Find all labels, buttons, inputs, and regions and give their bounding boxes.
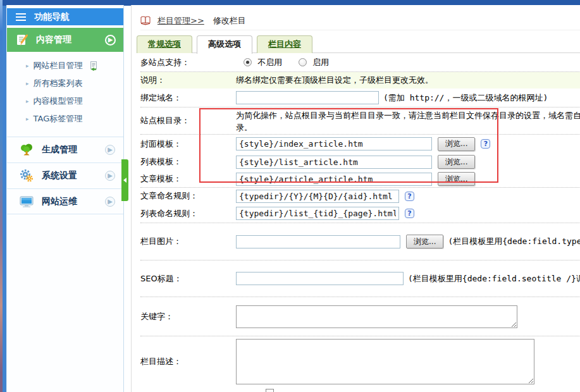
triangle-right-icon: ▸ (26, 116, 29, 122)
row-column-image: 栏目图片： 浏览... (栏目模板里用{dede:field.typeimg /… (140, 223, 580, 260)
triangle-right-icon: ▸ (26, 98, 29, 104)
sidebar-subitem-label: 网站栏目管理 (34, 60, 83, 71)
bind-domain-input[interactable] (236, 91, 379, 104)
monitor-icon (20, 195, 34, 209)
list-template-browse-button[interactable]: 浏览... (438, 155, 475, 169)
chevron-right-circle-icon: ▶ (105, 145, 115, 155)
sidebar-section-label: 系统设置 (42, 170, 105, 181)
partial-checkbox[interactable] (266, 389, 274, 392)
keywords-textarea[interactable] (236, 305, 517, 328)
help-icon[interactable] (481, 139, 490, 149)
help-icon[interactable] (405, 209, 414, 218)
sidebar-item-generate-manage[interactable]: 生成管理 ▶ (7, 137, 123, 162)
article-template-input[interactable] (236, 173, 432, 186)
seo-title-input[interactable] (236, 272, 404, 285)
sidebar-item-label: 内容管理 (36, 34, 105, 46)
breadcrumb-link-column-manage[interactable]: 栏目管理>> (157, 15, 204, 27)
site-root-label: 站点根目录： (140, 115, 236, 126)
bind-domain-hint: (需加 http://，一级或二级域名的根网址) (383, 92, 548, 104)
gears-icon (20, 169, 34, 183)
main-content: 栏目管理>> 修改栏目 常规选项 高级选项 栏目内容 多站点支持： 不启用 启用… (132, 5, 580, 392)
row-site-root: 站点根目录： 为简化操作，站点根目录与当前栏目目录一致，请注意当前栏目文件保存目… (140, 107, 580, 135)
sidebar-header-label: 功能导航 (34, 11, 70, 23)
keywords-label: 关键字： (140, 311, 236, 322)
row-multisite: 多站点支持： 不启用 启用 (140, 53, 580, 72)
sidebar-item-system-settings[interactable]: 系统设置 ▶ (7, 162, 123, 188)
sidebar-section-label: 生成管理 (42, 144, 105, 156)
row-article-naming: 文章命名规则： (140, 188, 580, 204)
sidebar-section-label: 网站运维 (42, 196, 105, 207)
triangle-right-icon: ▸ (26, 63, 29, 69)
book-icon (140, 16, 151, 25)
multisite-option-label: 启用 (312, 57, 329, 68)
multisite-radio-disabled[interactable] (244, 58, 252, 66)
sidebar-collapse-handle[interactable] (121, 159, 128, 201)
description-textarea[interactable] (236, 339, 534, 384)
description-label: 栏目描述： (140, 356, 236, 367)
chevron-right-circle-icon: ▶ (105, 197, 115, 207)
chevron-right-circle-icon: ▶ (105, 171, 115, 181)
sidebar-header: 功能导航 (7, 8, 123, 25)
triangle-right-icon: ▸ (26, 80, 29, 87)
list-template-label: 列表模板： (140, 156, 236, 168)
column-image-browse-button[interactable]: 浏览... (406, 235, 443, 248)
column-image-label: 栏目图片： (140, 236, 236, 247)
column-edit-form: 多站点支持： 不启用 启用 说明： 绑名绑定仅需要在顶级栏目设定，子级栏目更改无… (140, 53, 580, 392)
tab-general-options[interactable]: 常规选项 (137, 35, 192, 53)
article-template-browse-button[interactable]: 浏览... (438, 172, 475, 186)
tab-column-content[interactable]: 栏目内容 (257, 35, 312, 53)
article-naming-input[interactable] (236, 190, 399, 203)
bind-domain-label: 绑定域名： (140, 92, 236, 104)
sidebar-subitem-label: 内容模型管理 (34, 95, 83, 107)
list-naming-input[interactable] (236, 207, 399, 220)
sidebar: 功能导航 内容管理 ▶ ▸ 网站栏目管理 ▸ 所有档案列表 ▸ (6, 5, 124, 392)
seo-title-label: SEO标题： (140, 273, 236, 285)
row-seo-title: SEO标题： (栏目模板里用{dede:field.seotitle /}调用) (140, 260, 580, 297)
cover-template-label: 封面模板： (140, 138, 236, 150)
menu-list-icon (16, 13, 26, 21)
row-list-naming: 列表命名规则： (140, 204, 580, 223)
tab-advanced-options[interactable]: 高级选项 (197, 35, 252, 54)
list-template-input[interactable] (236, 156, 432, 169)
triangle-left-icon (123, 178, 126, 183)
site-root-text: 为简化操作，站点根目录与当前栏目目录一致，请注意当前栏目文件保存目录的设置，域名… (236, 108, 580, 133)
row-list-template: 列表模板： 浏览... (140, 153, 580, 171)
multisite-label: 多站点支持： (140, 57, 236, 68)
sidebar-item-content-manage[interactable]: 内容管理 ▶ (7, 28, 123, 52)
article-naming-label: 文章命名规则： (140, 190, 236, 202)
sidebar-item-content-model[interactable]: ▸ 内容模型管理 (7, 92, 123, 110)
doc-arrow-icon (89, 61, 98, 71)
note-text: 绑名绑定仅需要在顶级栏目设定，子级栏目更改无效。 (236, 75, 433, 86)
sidebar-item-all-archives[interactable]: ▸ 所有档案列表 (7, 75, 123, 92)
row-bind-domain: 绑定域名： (需加 http://，一级或二级域名的根网址) (140, 89, 580, 107)
sidebar-item-tag-manage[interactable]: ▸ TAG标签管理 (7, 110, 123, 128)
tree-icon (20, 143, 34, 157)
article-template-label: 文章模板： (140, 173, 236, 185)
breadcrumb: 栏目管理>> 修改栏目 (140, 5, 580, 30)
sidebar-subitem-label: 所有档案列表 (34, 78, 83, 89)
sidebar-subitem-label: TAG标签管理 (34, 113, 83, 125)
list-naming-label: 列表命名规则： (140, 208, 236, 219)
note-label: 说明： (140, 75, 236, 86)
sidebar-item-site-column-manage[interactable]: ▸ 网站栏目管理 (7, 57, 123, 75)
column-image-input[interactable] (236, 235, 400, 248)
help-icon[interactable] (405, 192, 414, 201)
row-note: 说明： 绑名绑定仅需要在顶级栏目设定，子级栏目更改无效。 (140, 72, 580, 89)
column-image-hint: (栏目模板里用{dede:field.typeimg /}调用) (448, 236, 580, 247)
sidebar-submenu: ▸ 网站栏目管理 ▸ 所有档案列表 ▸ 内容模型管理 ▸ TAG标签管理 (7, 52, 123, 134)
seo-title-hint: (栏目模板里用{dede:field.seotitle /}调用) (408, 273, 580, 285)
sidebar-item-site-ops[interactable]: 网站运维 ▶ (7, 188, 123, 214)
row-partial-checkbox (140, 387, 580, 392)
sidebar-sections: 生成管理 ▶ 系统设置 ▶ 网站运维 ▶ (7, 137, 123, 214)
multisite-radio-enabled[interactable] (299, 58, 307, 66)
notepad-pencil-icon (16, 33, 30, 47)
row-cover-template: 封面模板： 浏览... (140, 135, 580, 153)
row-description: 栏目描述： (140, 336, 580, 387)
multisite-option-label: 不启用 (257, 57, 282, 68)
tab-bar: 常规选项 高级选项 栏目内容 (137, 35, 580, 53)
chevron-right-circle-icon: ▶ (105, 35, 116, 46)
row-keywords: 关键字： (140, 297, 580, 336)
cover-template-browse-button[interactable]: 浏览... (438, 137, 475, 151)
cover-template-input[interactable] (236, 137, 432, 150)
breadcrumb-current: 修改栏目 (213, 15, 246, 27)
